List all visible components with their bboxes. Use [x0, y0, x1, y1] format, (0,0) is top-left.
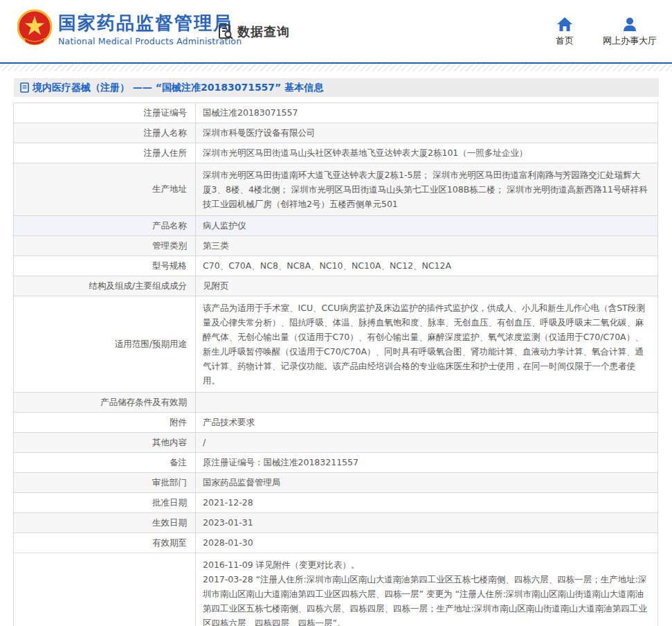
home-icon — [557, 17, 572, 31]
table-row-change-history: 2016-11-09 详见附件（变更对比表）。 2017-03-28 “注册人住… — [14, 553, 657, 626]
nav-online-hall-label: 网上办事大厅 — [603, 35, 657, 47]
table-row: 注册证编号 国械注准20183071557 — [14, 103, 657, 123]
field-label: 产品储存条件及有效期 — [14, 393, 196, 412]
registration-info-table: 注册证编号 国械注准20183071557 注册人名称 深圳市科曼医疗设备有限公… — [13, 102, 658, 626]
field-label: 注册人住所 — [14, 143, 196, 163]
field-label: 备注 — [14, 453, 196, 472]
field-label: 管理类别 — [14, 236, 196, 256]
field-label: 有效期至 — [14, 533, 196, 553]
field-value: 该产品为适用于手术室、ICU、CCU病房监护及床边监护的插件式监护仪，供成人、小… — [196, 296, 657, 392]
org-name-cn: 国家药品监督管理局 — [58, 12, 242, 34]
field-value: 病人监护仪 — [196, 216, 657, 235]
nav-online-hall[interactable]: 网上办事大厅 — [603, 17, 657, 47]
field-label: 注册证编号 — [14, 103, 196, 123]
field-label: 其他内容 — [14, 433, 196, 452]
table-row: 有效期至 2028-01-30 — [14, 533, 657, 553]
field-value: 2021-12-28 — [196, 493, 657, 512]
table-row: 型号规格 C70、C70A、NC8、NC8A、NC10、NC10A、NC12、N… — [14, 256, 657, 276]
field-value: / — [196, 433, 657, 452]
table-row: 产品储存条件及有效期 — [14, 393, 657, 413]
field-label: 注册人名称 — [14, 123, 196, 143]
table-row: 其他内容 / — [14, 433, 657, 453]
document-icon — [20, 82, 29, 93]
data-query-label: 数据查询 — [237, 24, 290, 40]
field-value: 深圳市光明区马田街道马山头社区钟表基地飞亚达钟表大厦2栋101（一照多址企业） — [196, 143, 657, 163]
field-value: 深圳市科曼医疗设备有限公司 — [196, 123, 657, 143]
table-row: 注册人住所 深圳市光明区马田街道马山头社区钟表基地飞亚达钟表大厦2栋101（一照… — [14, 143, 657, 163]
field-label: 产品名称 — [14, 216, 196, 235]
field-label: 生效日期 — [14, 513, 196, 533]
nmpa-emblem-logo[interactable] — [17, 9, 52, 48]
data-query-icon — [217, 23, 235, 41]
table-row: 适用范围/预期用途 该产品为适用于手术室、ICU、CCU病房监护及床边监护的插件… — [14, 296, 657, 393]
field-label: 适用范围/预期用途 — [14, 296, 196, 392]
table-row: 生效日期 2023-01-31 — [14, 513, 657, 533]
table-row: 管理类别 第三类 — [14, 236, 657, 256]
field-value: 见附页 — [196, 276, 657, 296]
table-row: 产品名称 病人监护仪 — [14, 216, 657, 236]
table-row: 结构及组成/主要组成成分 见附页 — [14, 276, 657, 296]
field-label: 型号规格 — [14, 256, 196, 276]
field-label: 结构及组成/主要组成成分 — [14, 276, 196, 296]
table-row: 生产地址 深圳市光明区马田街道南环大道飞亚达钟表大厦2栋1-5层； 深圳市光明区… — [14, 163, 657, 216]
field-value: 国家药品监督管理局 — [196, 473, 657, 492]
data-query-section[interactable]: 数据查询 — [217, 23, 290, 41]
field-label: 审批部门 — [14, 473, 196, 492]
field-value — [196, 393, 657, 412]
top-navigation: 首页 网上办事大厅 — [556, 17, 657, 47]
field-value: 深圳市光明区马田街道南环大道飞亚达钟表大厦2栋1-5层； 深圳市光明区马田街道富… — [196, 163, 657, 215]
field-label: 生产地址 — [14, 163, 196, 215]
field-value: C70、C70A、NC8、NC8A、NC10、NC10A、NC12、NC12A — [196, 256, 657, 276]
result-title-bar: 境内医疗器械（注册） —— “国械注准20183071557” 基本信息 — [14, 78, 659, 97]
table-row: 批准日期 2021-12-28 — [14, 493, 657, 513]
page-title: 境内医疗器械（注册） —— “国械注准20183071557” 基本信息 — [33, 82, 323, 94]
table-row: 审批部门 国家药品监督管理局 — [14, 473, 657, 493]
field-value: 原注册证编号：国械注准20183211557 — [196, 453, 657, 472]
field-value: 第三类 — [196, 236, 657, 256]
nav-home-label: 首页 — [556, 35, 574, 47]
field-value: 国械注准20183071557 — [196, 103, 657, 123]
hatch-band — [0, 64, 672, 71]
user-icon — [622, 17, 637, 31]
table-row: 附件 产品技术要求 — [14, 413, 657, 433]
table-row: 备注 原注册证编号：国械注准20183211557 — [14, 453, 657, 473]
page-header: 国家药品监督管理局 National Medical Products Admi… — [0, 0, 672, 62]
field-value: 2028-01-30 — [196, 533, 657, 553]
field-value: 产品技术要求 — [196, 413, 657, 432]
org-name-en: National Medical Products Administration — [58, 36, 242, 46]
brand-block[interactable]: 国家药品监督管理局 National Medical Products Admi… — [58, 12, 242, 46]
field-label: 附件 — [14, 413, 196, 432]
nav-home[interactable]: 首页 — [556, 17, 574, 47]
table-row: 注册人名称 深圳市科曼医疗设备有限公司 — [14, 123, 657, 143]
field-label: 批准日期 — [14, 493, 196, 512]
field-label — [14, 553, 196, 626]
field-value: 2016-11-09 详见附件（变更对比表）。 2017-03-28 “注册人住… — [196, 553, 657, 626]
field-value: 2023-01-31 — [196, 513, 657, 533]
